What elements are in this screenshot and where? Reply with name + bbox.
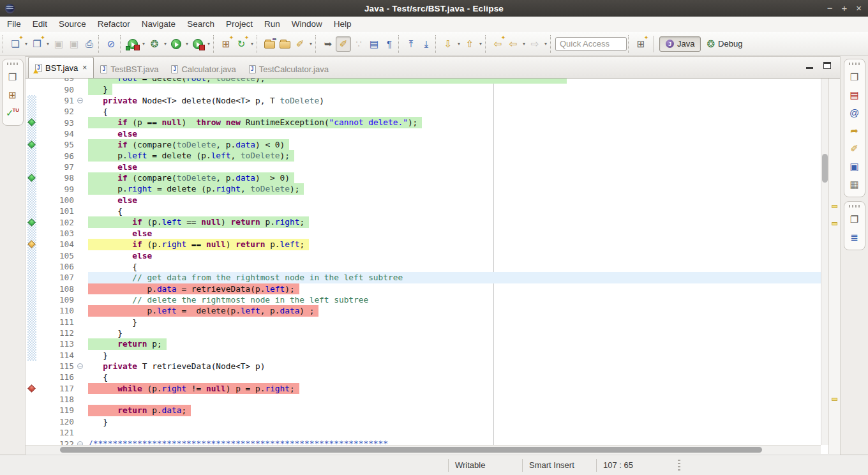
code-line[interactable]: if (p.right == null) return p.left;: [88, 239, 821, 250]
show-source-icon[interactable]: ▤: [366, 36, 382, 52]
line-number-row[interactable]: 106: [37, 261, 88, 272]
line-number-row[interactable]: 109: [37, 294, 88, 305]
line-number-row[interactable]: 100: [37, 195, 88, 206]
tab-bst-java[interactable]: J BST.java ×: [28, 57, 94, 78]
menu-item-search[interactable]: Search: [181, 17, 220, 32]
external-tools-icon[interactable]: [190, 36, 206, 52]
restore-view-icon[interactable]: ❐: [846, 68, 863, 85]
next-annotation-dropdown-icon[interactable]: ▾: [456, 41, 462, 47]
external-tools-dropdown-icon[interactable]: ▾: [206, 41, 212, 47]
tab-testcalculator-java[interactable]: J TestCalculator.java: [243, 60, 335, 78]
vertical-scrollbar-thumb[interactable]: [822, 154, 828, 183]
run-dropdown-icon[interactable]: ▾: [184, 41, 190, 47]
line-number-row[interactable]: 91: [37, 95, 88, 106]
line-number-row[interactable]: 89: [37, 79, 88, 84]
maximize-button[interactable]: +: [841, 0, 847, 17]
code-line[interactable]: {: [88, 261, 821, 272]
line-number-row[interactable]: 116: [37, 372, 88, 382]
new-java-class-icon[interactable]: ↻: [234, 36, 249, 52]
code-line[interactable]: else: [88, 250, 821, 261]
run-icon[interactable]: [168, 36, 184, 52]
previous-annotation-dropdown-icon[interactable]: ▾: [477, 41, 484, 47]
minimize-view-icon[interactable]: [806, 67, 813, 69]
java-perspective-button[interactable]: JJava: [659, 36, 701, 52]
overview-ruler[interactable]: [828, 79, 840, 454]
code-line[interactable]: if (compare(toDelete, p.data) < 0): [88, 139, 821, 150]
code-line[interactable]: {: [88, 206, 821, 216]
code-line[interactable]: p.left = delete(p.left, p.data) ;: [88, 305, 821, 316]
debug-launch-icon[interactable]: ❂: [147, 36, 162, 52]
menu-item-source[interactable]: Source: [53, 17, 92, 32]
tab-calculator-java[interactable]: J Calculator.java: [165, 60, 242, 78]
menu-item-refactor[interactable]: Refactor: [92, 17, 136, 32]
task-list-icon[interactable]: ▤: [846, 86, 863, 103]
fold-collapse-icon[interactable]: [77, 363, 83, 369]
new-wizard-icon[interactable]: ❏: [8, 36, 23, 52]
menu-item-window[interactable]: Window: [286, 17, 328, 32]
search-flashlight-icon[interactable]: ✐: [292, 36, 308, 52]
line-number-row[interactable]: 111: [37, 317, 88, 328]
fold-collapse-icon[interactable]: [77, 98, 83, 103]
line-number-row[interactable]: 96: [37, 150, 88, 161]
code-line[interactable]: }: [88, 350, 821, 361]
line-number-row[interactable]: 94: [37, 128, 88, 139]
debug-perspective-button[interactable]: ❂Debug: [701, 36, 748, 52]
line-number-ruler[interactable]: 8990919293949596979899100101102103104105…: [37, 79, 88, 445]
mark-occurrences-icon[interactable]: ✐: [336, 36, 351, 52]
coverage-launch-icon[interactable]: [125, 36, 140, 52]
line-number-row[interactable]: 113: [37, 338, 88, 349]
code-line[interactable]: return p.data;: [88, 405, 821, 416]
code-line[interactable]: [88, 427, 821, 438]
overview-warning-mark[interactable]: [832, 398, 837, 401]
line-number-row[interactable]: 115: [37, 361, 88, 372]
line-number-row[interactable]: 98: [37, 172, 88, 183]
code-line[interactable]: {: [88, 372, 821, 382]
skip-all-breakpoints-icon[interactable]: ⊘: [103, 36, 119, 52]
line-number-row[interactable]: 99: [37, 183, 88, 194]
line-number-row[interactable]: 92: [37, 106, 88, 117]
tab-testbst-java[interactable]: J TestBST.java: [94, 60, 165, 78]
code-line[interactable]: else: [88, 162, 821, 172]
line-number-row[interactable]: 108: [37, 283, 88, 294]
line-number-row[interactable]: 102: [37, 216, 88, 227]
overview-warning-mark[interactable]: [832, 222, 837, 225]
console-icon[interactable]: ▣: [846, 158, 863, 174]
code-pane[interactable]: root = delete(root, toDelete); } private…: [88, 79, 821, 445]
open-type-icon[interactable]: [262, 36, 277, 52]
code-line[interactable]: root = delete(root, toDelete);: [88, 79, 821, 84]
code-line[interactable]: private T retrieveData(Node<T> p): [88, 361, 821, 372]
vertical-scrollbar[interactable]: [821, 79, 828, 445]
code-line[interactable]: [88, 394, 821, 405]
line-number-row[interactable]: 118: [37, 394, 88, 405]
line-number-row[interactable]: 97: [37, 162, 88, 172]
previous-annotation-icon[interactable]: ⇧: [462, 36, 477, 52]
line-number-row[interactable]: 112: [37, 328, 88, 338]
code-line[interactable]: if (p.left == null) return p.right;: [88, 216, 821, 227]
code-line[interactable]: }: [88, 317, 821, 328]
stack-drag-handle[interactable]: [7, 63, 19, 65]
code-line[interactable]: }: [88, 84, 821, 94]
code-line[interactable]: p.right = delete (p.right, toDelete);: [88, 183, 821, 194]
package-explorer-icon[interactable]: ⊞: [4, 86, 21, 103]
menu-item-edit[interactable]: Edit: [27, 17, 53, 32]
box-arrow-down-icon[interactable]: ⤓: [419, 36, 434, 52]
code-line[interactable]: else: [88, 228, 821, 239]
menu-item-run[interactable]: Run: [258, 17, 286, 32]
line-number-row[interactable]: 101: [37, 206, 88, 216]
code-line[interactable]: while (p.right != null) p = p.right;: [88, 383, 821, 394]
coverage-launch-dropdown-icon[interactable]: ▾: [140, 41, 147, 47]
code-line[interactable]: /***************************************…: [88, 438, 821, 445]
code-line[interactable]: }: [88, 416, 821, 427]
line-number-row[interactable]: 114: [37, 350, 88, 361]
new-wizard-dropdown-icon[interactable]: ▾: [23, 41, 29, 47]
open-perspective-icon[interactable]: ⊞: [633, 36, 648, 52]
menu-item-project[interactable]: Project: [220, 17, 258, 32]
menu-item-navigate[interactable]: Navigate: [136, 17, 181, 32]
fold-column[interactable]: [74, 363, 86, 369]
line-number-row[interactable]: 95: [37, 139, 88, 150]
back-icon[interactable]: ⇦: [505, 36, 521, 52]
line-number-row[interactable]: 105: [37, 250, 88, 261]
code-line[interactable]: // delete the rightmost node in the left…: [88, 294, 821, 305]
coverage-view-icon[interactable]: ▦: [846, 176, 863, 192]
close-button[interactable]: ×: [856, 0, 862, 17]
